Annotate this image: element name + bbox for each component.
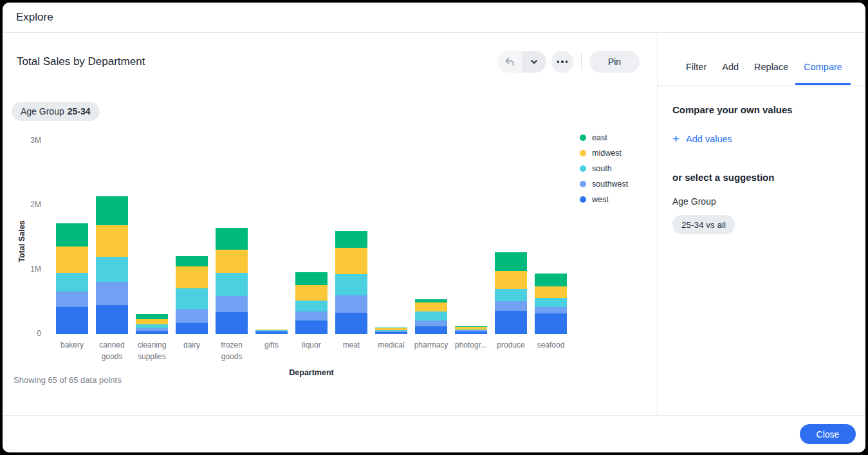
bar-segment-southwest[interactable]: [96, 282, 128, 305]
dialog-title: Explore: [16, 11, 53, 24]
bar-segment-southwest[interactable]: [495, 301, 527, 311]
y-tick-3M: 3M: [30, 136, 41, 145]
bar-produce[interactable]: [495, 252, 527, 334]
bar-cleaning-supplies[interactable]: [136, 314, 168, 334]
suggestion-chip[interactable]: 25-34 vs all: [672, 215, 735, 234]
bar-segment-midwest[interactable]: [136, 319, 168, 324]
bar-segment-east[interactable]: [495, 252, 527, 271]
tab-filter[interactable]: Filter: [686, 62, 706, 85]
x-label-canned-goods: canned goods: [92, 339, 132, 362]
legend-item-south[interactable]: south: [580, 161, 628, 176]
bar-liquor[interactable]: [295, 272, 328, 334]
bar-segment-south[interactable]: [495, 289, 527, 301]
bar-segment-south[interactable]: [96, 257, 128, 282]
bar-segment-southwest[interactable]: [335, 295, 367, 313]
pin-button[interactable]: Pin: [589, 51, 640, 73]
bar-segment-south[interactable]: [295, 301, 328, 311]
dialog-content: Total Sales by Department: [3, 33, 865, 415]
bar-segment-southwest[interactable]: [216, 296, 248, 312]
compare-heading: Compare your own values: [672, 104, 850, 115]
bar-meat[interactable]: [335, 231, 367, 334]
bar-segment-west[interactable]: [255, 331, 288, 334]
bar-segment-east[interactable]: [96, 196, 128, 225]
close-button[interactable]: Close: [800, 424, 856, 444]
bar-segment-southwest[interactable]: [295, 311, 328, 320]
bar-segment-south[interactable]: [56, 273, 88, 292]
bar-segment-west[interactable]: [415, 326, 447, 334]
compare-panel: Compare your own values + Add values or …: [658, 86, 865, 234]
bar-frozen-goods[interactable]: [216, 228, 248, 334]
x-label-meat: meat: [331, 339, 371, 362]
tab-add[interactable]: Add: [722, 62, 739, 85]
x-label-seafood: seafood: [531, 339, 571, 362]
bar-segment-south[interactable]: [535, 298, 567, 307]
bar-segment-west[interactable]: [96, 305, 128, 334]
add-values-button[interactable]: + Add values: [672, 133, 732, 145]
bar-segment-south[interactable]: [216, 273, 248, 296]
bar-pharmacy[interactable]: [415, 299, 447, 334]
bar-segment-midwest[interactable]: [535, 286, 567, 298]
bar-photogr[interactable]: [455, 326, 487, 335]
bar-segment-east[interactable]: [136, 314, 168, 319]
bar-dairy[interactable]: [176, 256, 208, 334]
more-options-button[interactable]: [551, 51, 573, 73]
legend-label-south: south: [592, 164, 612, 173]
bar-segment-west[interactable]: [535, 313, 567, 334]
bar-segment-midwest[interactable]: [415, 302, 447, 311]
legend-item-midwest[interactable]: midwest: [580, 145, 628, 161]
bar-bakery[interactable]: [56, 223, 88, 334]
filter-chip-age-group[interactable]: Age Group 25-34: [12, 102, 100, 121]
bar-segment-east[interactable]: [535, 274, 567, 286]
bar-medical[interactable]: [375, 328, 407, 334]
legend-item-southwest[interactable]: southwest: [580, 176, 628, 192]
panel-tabs: FilterAddReplaceCompare: [658, 33, 865, 86]
bar-segment-midwest[interactable]: [295, 285, 328, 301]
bar-segment-southwest[interactable]: [56, 292, 88, 307]
undo-split-button: [497, 51, 546, 73]
side-panel: FilterAddReplaceCompare Compare your own…: [657, 33, 865, 415]
add-values-label: Add values: [686, 134, 732, 144]
bar-segment-west[interactable]: [495, 311, 527, 334]
history-dropdown-button[interactable]: [522, 51, 546, 73]
bar-segment-midwest[interactable]: [96, 225, 128, 257]
bar-segment-west[interactable]: [375, 332, 407, 334]
bar-seafood[interactable]: [535, 274, 567, 334]
bar-gifts[interactable]: [255, 330, 288, 334]
bar-segment-midwest[interactable]: [216, 250, 248, 273]
x-label-medical: medical: [371, 339, 411, 362]
tab-compare[interactable]: Compare: [795, 62, 851, 85]
legend-item-west[interactable]: west: [580, 192, 628, 207]
ellipsis-icon: [557, 60, 560, 63]
bar-segment-midwest[interactable]: [56, 246, 88, 273]
bar-segment-east[interactable]: [176, 256, 208, 266]
undo-button[interactable]: [497, 51, 522, 73]
bar-segment-midwest[interactable]: [495, 271, 527, 289]
filter-chip-label: Age Group: [21, 106, 64, 116]
bar-segment-midwest[interactable]: [176, 266, 208, 288]
legend-item-east[interactable]: east: [580, 130, 628, 145]
bar-segment-south[interactable]: [335, 274, 367, 295]
bar-segment-west[interactable]: [136, 331, 168, 335]
bar-segment-south[interactable]: [415, 311, 447, 320]
bar-segment-east[interactable]: [216, 228, 248, 250]
x-label-photogr: photogr...: [451, 339, 491, 362]
tab-replace[interactable]: Replace: [754, 62, 788, 85]
bar-segment-west[interactable]: [56, 307, 88, 334]
y-tick-0: 0: [37, 329, 41, 338]
bar-canned-goods[interactable]: [96, 196, 128, 334]
bar-segment-southwest[interactable]: [535, 307, 567, 313]
bar-segment-west[interactable]: [335, 313, 367, 334]
bar-segment-west[interactable]: [295, 320, 328, 334]
x-label-bakery: bakery: [52, 339, 92, 362]
bar-segment-east[interactable]: [56, 223, 88, 246]
bar-segment-west[interactable]: [176, 323, 208, 334]
bar-segment-west[interactable]: [455, 331, 487, 334]
legend-label-southwest: southwest: [592, 180, 628, 189]
bar-segment-south[interactable]: [176, 288, 208, 309]
bar-segment-west[interactable]: [216, 312, 248, 334]
bar-segment-east[interactable]: [295, 272, 328, 285]
bar-segment-southwest[interactable]: [415, 320, 447, 326]
bar-segment-east[interactable]: [335, 231, 367, 248]
bar-segment-southwest[interactable]: [176, 309, 208, 323]
bar-segment-midwest[interactable]: [335, 248, 367, 274]
